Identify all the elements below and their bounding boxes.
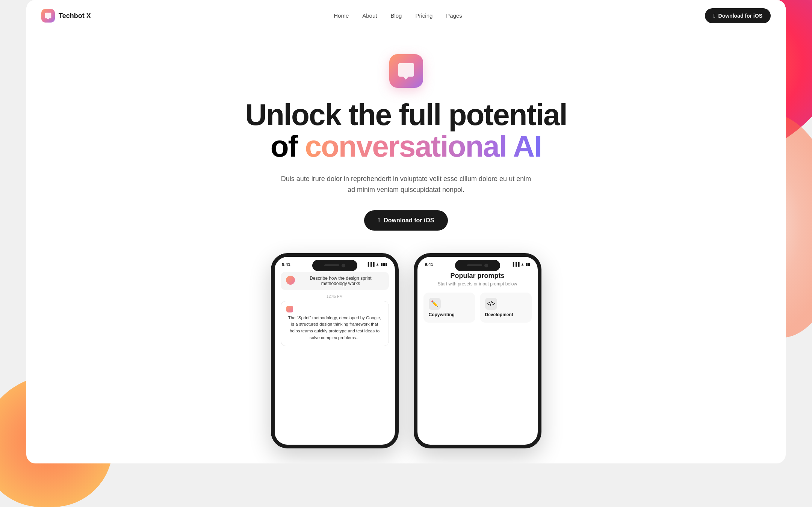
app-icon xyxy=(389,54,423,88)
phone-cam-1 xyxy=(342,264,345,267)
navbar-download-label: Download for iOS xyxy=(718,13,762,19)
main-card: Techbot X Home About Blog Pricing Pages … xyxy=(26,0,786,463)
nav-pricing[interactable]: Pricing xyxy=(415,12,432,19)
nav-home[interactable]: Home xyxy=(334,12,349,19)
phone-content-2: Popular prompts Start with presets or in… xyxy=(417,269,538,326)
chat-response-text: The "Sprint" methodology, developed by G… xyxy=(288,315,381,340)
chat-avatar xyxy=(286,276,295,285)
signal-icon: ▐▐▐ xyxy=(366,262,374,266)
battery-icon: ▮▮▮ xyxy=(381,262,387,266)
hero-cta-label: Download for iOS xyxy=(384,217,434,224)
hero-subtitle: Duis aute irure dolor in reprehenderit i… xyxy=(278,174,534,195)
nav-about[interactable]: About xyxy=(362,12,377,19)
chat-query-bar: Describe how the design sprint methodolo… xyxy=(281,272,389,290)
phone-status-icons-1: ▐▐▐ ▲ ▮▮▮ xyxy=(366,262,387,266)
hero-download-button[interactable]:  Download for iOS xyxy=(364,210,448,231)
phone-status-icons-2: ▐▐▐ ▲ ▮▮ xyxy=(511,262,530,266)
phone-time-1: 9:41 xyxy=(282,262,290,267)
wifi-icon: ▲ xyxy=(376,262,380,266)
hero-apple-icon:  xyxy=(378,217,380,224)
nav-blog[interactable]: Blog xyxy=(390,12,402,19)
hero-gradient-text: conversational AI xyxy=(305,130,541,163)
prompts-grid: ✏️ Copywriting </> Development xyxy=(423,293,532,323)
prompts-title: Popular prompts xyxy=(423,272,532,280)
hero-title-line2: of conversational AI xyxy=(41,131,771,162)
copywriting-icon: ✏️ xyxy=(429,298,441,310)
nav-pages[interactable]: Pages xyxy=(446,12,462,19)
wifi-icon-2: ▲ xyxy=(521,262,525,266)
hero-title-line2-prefix: of xyxy=(271,130,305,163)
logo-area: Techbot X xyxy=(41,9,91,23)
phones-container: 9:41 ▐▐▐ ▲ ▮▮▮ Describe how the design s… xyxy=(41,253,771,448)
chat-bot-icon xyxy=(286,306,293,312)
battery-icon-2: ▮▮ xyxy=(526,262,530,266)
phone-time-2: 9:41 xyxy=(425,262,433,267)
phone-mockup-1: 9:41 ▐▐▐ ▲ ▮▮▮ Describe how the design s… xyxy=(271,253,399,448)
phone-notch-1 xyxy=(312,260,357,271)
page-wrapper: Techbot X Home About Blog Pricing Pages … xyxy=(0,0,812,507)
prompt-card-copywriting[interactable]: ✏️ Copywriting xyxy=(423,293,475,323)
development-label: Development xyxy=(485,312,513,317)
phone-notch-2 xyxy=(455,260,500,271)
signal-icon-2: ▐▐▐ xyxy=(511,262,519,266)
chat-timestamp: 12:45 PM xyxy=(281,294,389,299)
hero-title: Unlock the full potential of conversatio… xyxy=(41,99,771,162)
hero-title-line1: Unlock the full potential xyxy=(41,99,771,131)
development-icon: </> xyxy=(485,298,497,310)
chat-response-box: The "Sprint" methodology, developed by G… xyxy=(281,301,389,346)
phone-speaker-2 xyxy=(467,264,482,266)
navbar: Techbot X Home About Blog Pricing Pages … xyxy=(26,0,786,32)
prompt-card-development[interactable]: </> Development xyxy=(480,293,532,323)
phone-mockup-2: 9:41 ▐▐▐ ▲ ▮▮ Popular prompts Start with… xyxy=(414,253,541,448)
phone-speaker-1 xyxy=(324,264,339,266)
navbar-download-button[interactable]:  Download for iOS xyxy=(705,8,771,23)
logo-icon xyxy=(41,9,55,23)
phone-content-1: Describe how the design sprint methodolo… xyxy=(275,269,395,349)
prompts-subtitle: Start with presets or input prompt below xyxy=(423,281,532,287)
logo-text: Techbot X xyxy=(59,12,91,20)
copywriting-label: Copywriting xyxy=(429,312,455,317)
nav-links: Home About Blog Pricing Pages xyxy=(334,12,462,19)
phone-cam-2 xyxy=(484,264,488,267)
hero-section: Unlock the full potential of conversatio… xyxy=(26,32,786,463)
chat-response-header xyxy=(286,306,383,312)
apple-icon:  xyxy=(713,13,715,19)
chat-query-text: Describe how the design sprint methodolo… xyxy=(298,276,384,286)
